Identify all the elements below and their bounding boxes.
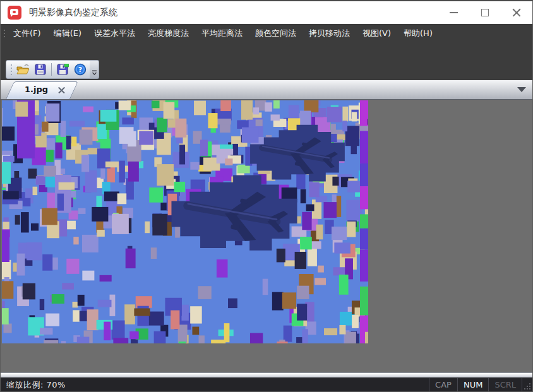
app-window: 明景影像真伪鉴定系统 文件(F) 编辑(E) 误差水平法 亮度梯度法 平均距离法…: [0, 0, 533, 392]
toolbar: ?: [6, 60, 90, 79]
tab-label: 1.jpg: [25, 85, 48, 94]
menu-item-color-space[interactable]: 颜色空间法: [251, 25, 301, 42]
status-bar: 缩放比例: 70% CAP NUM SCRL: [1, 377, 532, 391]
minimize-button[interactable]: [438, 1, 469, 24]
status-indicator-cap: CAP: [429, 378, 457, 391]
menu-bar: 文件(F) 编辑(E) 误差水平法 亮度梯度法 平均距离法 颜色空间法 拷贝移动…: [1, 24, 532, 42]
close-icon: [512, 8, 521, 17]
toolbar-overflow-button[interactable]: [90, 60, 99, 79]
tab-list-dropdown-button[interactable]: [517, 87, 526, 92]
resize-grip-icon: [523, 382, 531, 390]
status-indicator-scrl: SCRL: [488, 378, 522, 391]
status-indicator-num: NUM: [457, 378, 488, 391]
menu-item-edit[interactable]: 编辑(E): [49, 25, 86, 42]
menu-item-error-level[interactable]: 误差水平法: [90, 25, 140, 42]
menu-item-average-distance[interactable]: 平均距离法: [197, 25, 247, 42]
menu-item-help[interactable]: 帮助(H): [399, 25, 437, 42]
maximize-icon: [481, 9, 489, 16]
tab-1jpg[interactable]: 1.jpg: [6, 81, 70, 99]
help-icon: ?: [74, 63, 87, 76]
menu-item-view[interactable]: 视图(V): [358, 25, 395, 42]
menu-item-file[interactable]: 文件(F): [9, 25, 45, 42]
toolbar-separator: [51, 63, 52, 76]
menu-item-copy-move[interactable]: 拷贝移动法: [304, 25, 354, 42]
svg-text:?: ?: [78, 66, 81, 74]
status-indicators: CAP NUM SCRL: [429, 378, 532, 391]
toolbar-grip-handle[interactable]: [9, 62, 13, 76]
zoom-status-label: 缩放比例: 70%: [6, 379, 66, 391]
save-button[interactable]: [32, 61, 49, 78]
menu-item-luminance-gradient[interactable]: 亮度梯度法: [143, 25, 193, 42]
help-button[interactable]: ?: [71, 61, 88, 78]
open-folder-icon: [16, 64, 30, 75]
window-title: 明景影像真伪鉴定系统: [29, 7, 117, 18]
overflow-chevron-icon: [92, 70, 97, 76]
window-controls: [438, 1, 532, 24]
tab-bar: 1.jpg: [1, 80, 532, 100]
image-canvas[interactable]: [2, 100, 368, 343]
save-icon: [35, 64, 46, 75]
tab-close-button[interactable]: [57, 85, 66, 95]
workspace: [1, 100, 532, 372]
menu-grip-handle[interactable]: [2, 27, 7, 40]
open-file-button[interactable]: [15, 61, 32, 78]
toolbar-dock: ?: [1, 42, 532, 80]
save-as-button[interactable]: [54, 61, 71, 78]
resize-grip[interactable]: [522, 378, 532, 391]
app-logo-icon: [8, 6, 21, 20]
close-button[interactable]: [501, 1, 532, 24]
maximize-button[interactable]: [469, 1, 501, 24]
processed-image: [2, 100, 368, 343]
save-as-icon: [57, 64, 69, 75]
close-icon-small: [58, 86, 65, 93]
title-bar: 明景影像真伪鉴定系统: [1, 1, 532, 24]
splitter-strip[interactable]: [1, 372, 532, 377]
minimize-icon: [450, 12, 458, 13]
